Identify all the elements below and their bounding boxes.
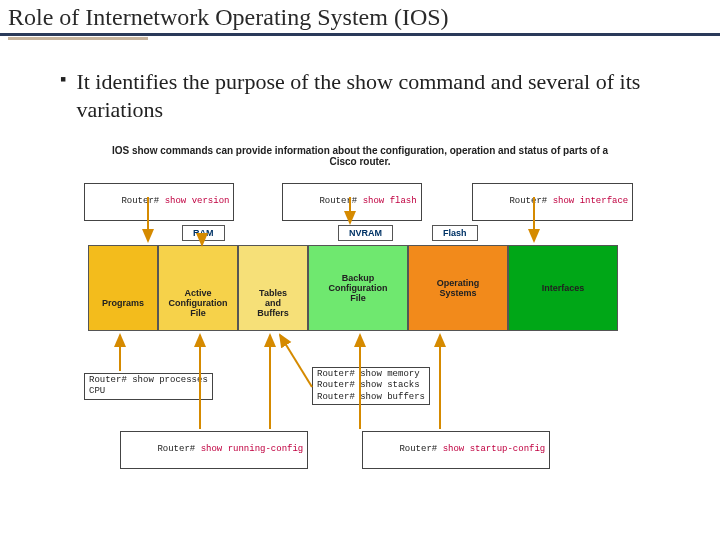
seg-label: Interfaces: [542, 283, 585, 293]
cmd-show-processes: Router# show processes CPU: [84, 373, 213, 400]
seg-operating-systems: Operating Systems: [408, 245, 508, 331]
prompt: Router#: [121, 196, 159, 206]
label-flash: Flash: [432, 225, 478, 241]
bullet-marker: ▪: [60, 68, 66, 123]
content: ▪ It identifies the purpose of the show …: [0, 40, 720, 465]
page-title: Role of Internetwork Operating System (I…: [8, 4, 712, 31]
seg-label: Active Configuration File: [169, 288, 228, 318]
seg-label: Backup Configuration File: [329, 273, 388, 303]
cmd-show-startup-config: Router# show startup-config: [362, 431, 550, 469]
seg-label: Operating Systems: [437, 278, 480, 298]
svg-line-5: [280, 335, 312, 387]
cmd-show-interface: Router# show interface: [472, 183, 633, 221]
cmd: show running-config: [201, 444, 304, 454]
prompt: Router#: [319, 196, 357, 206]
prompt: Router#: [509, 196, 547, 206]
cmd: show interface: [553, 196, 629, 206]
seg-backup-config: Backup Configuration File: [308, 245, 408, 331]
seg-programs: Programs: [88, 245, 158, 331]
ios-diagram: IOS show commands can provide informatio…: [60, 145, 660, 465]
label-ram: RAM: [182, 225, 225, 241]
seg-label: Programs: [102, 298, 144, 308]
cmd-show-running-config: Router# show running-config: [120, 431, 308, 469]
seg-tables-buffers: Tables and Buffers: [238, 245, 308, 331]
cmd-show-flash: Router# show flash: [282, 183, 422, 221]
prompt: Router#: [157, 444, 195, 454]
bullet-item: ▪ It identifies the purpose of the show …: [60, 68, 660, 123]
bullet-text: It identifies the purpose of the show co…: [76, 68, 660, 123]
cmd-show-memory-stacks-buffers: Router# show memory Router# show stacks …: [312, 367, 430, 405]
cmd: show startup-config: [443, 444, 546, 454]
diagram-intro: IOS show commands can provide informatio…: [60, 145, 660, 167]
cmd: show version: [165, 196, 230, 206]
cmd: show flash: [363, 196, 417, 206]
title-bar: Role of Internetwork Operating System (I…: [0, 0, 720, 36]
seg-interfaces: Interfaces: [508, 245, 618, 331]
seg-active-config: Active Configuration File: [158, 245, 238, 331]
seg-label: Tables and Buffers: [257, 288, 289, 318]
label-nvram: NVRAM: [338, 225, 393, 241]
prompt: Router#: [399, 444, 437, 454]
cmd-show-version: Router# show version: [84, 183, 234, 221]
router-segments: Programs Active Configuration File Table…: [88, 245, 618, 331]
